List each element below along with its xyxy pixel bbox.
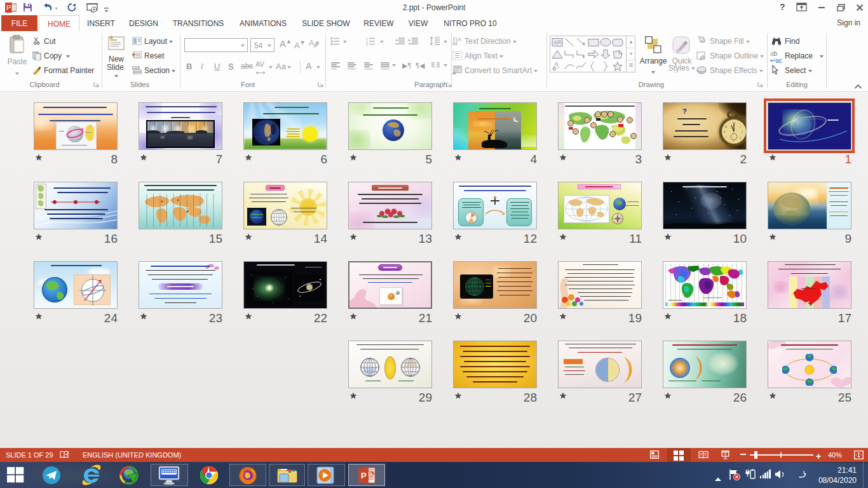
svg-text:4: 4 — [740, 136, 741, 139]
svg-text:P: P — [361, 471, 367, 480]
svg-text:A: A — [458, 36, 461, 43]
svg-text:7: 7 — [725, 136, 726, 139]
svg-text:8: 8 — [724, 130, 725, 133]
svg-text:5: 5 — [733, 139, 734, 142]
svg-text:3: 3 — [366, 43, 368, 46]
svg-text:A: A — [309, 39, 314, 48]
svg-text:12: 12 — [733, 121, 735, 125]
svg-text:10: 10 — [724, 125, 727, 128]
svg-text:A: A — [553, 39, 557, 46]
svg-text:1: 1 — [740, 125, 741, 128]
svg-text:2: 2 — [742, 130, 743, 133]
